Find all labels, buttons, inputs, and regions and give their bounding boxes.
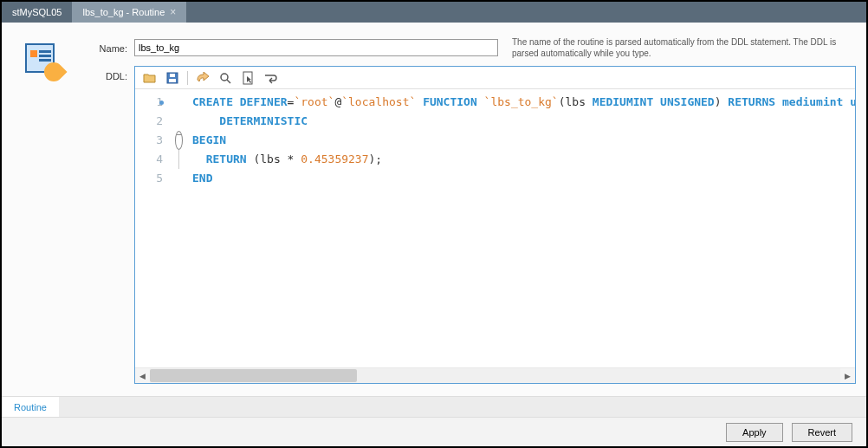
scroll-left-icon[interactable]: ◀ [135, 368, 150, 383]
svg-line-4 [227, 80, 230, 83]
horizontal-scrollbar[interactable]: ◀ ▶ [135, 367, 855, 383]
tab-bar: stMySQL05 lbs_to_kg - Routine × [2, 2, 866, 23]
editor-toolbar [135, 67, 855, 89]
search-icon[interactable] [217, 70, 233, 86]
scroll-thumb[interactable] [150, 369, 357, 382]
bottom-tabs: Routine [2, 396, 866, 417]
fold-gutter [172, 89, 185, 367]
line-gutter: 12345 [135, 89, 172, 367]
tab-label: stMySQL05 [12, 7, 62, 17]
revert-button[interactable]: Revert [792, 423, 852, 442]
code-body[interactable]: CREATE DEFINER=`root`@`localhost` FUNCTI… [185, 89, 855, 367]
ddl-editor: 12345 CREATE DEFINER=`root`@`localhost` … [134, 66, 856, 384]
tab-stmysql05[interactable]: stMySQL05 [2, 2, 72, 23]
svg-point-3 [221, 74, 228, 81]
name-input[interactable] [134, 39, 498, 56]
apply-button[interactable]: Apply [726, 423, 783, 442]
routine-icon [22, 40, 65, 83]
ddl-label: DDL: [84, 66, 127, 386]
footer: Apply Revert [2, 417, 866, 446]
open-icon[interactable] [142, 70, 158, 86]
type-icon-sidebar [2, 23, 84, 396]
tab-routine[interactable]: lbs_to_kg - Routine × [72, 2, 186, 23]
tab-routine-bottom[interactable]: Routine [2, 397, 59, 417]
save-icon[interactable] [165, 70, 180, 86]
scroll-right-icon[interactable]: ▶ [840, 368, 855, 383]
close-icon[interactable]: × [170, 6, 176, 18]
name-hint: The name of the routine is parsed automa… [505, 36, 856, 59]
name-label: Name: [84, 42, 127, 54]
svg-rect-1 [169, 79, 176, 82]
click-icon[interactable] [240, 70, 256, 86]
svg-rect-2 [170, 74, 175, 77]
wrap-icon[interactable] [262, 70, 278, 86]
tab-label: lbs_to_kg - Routine [82, 7, 165, 17]
undo-icon[interactable] [195, 70, 211, 86]
